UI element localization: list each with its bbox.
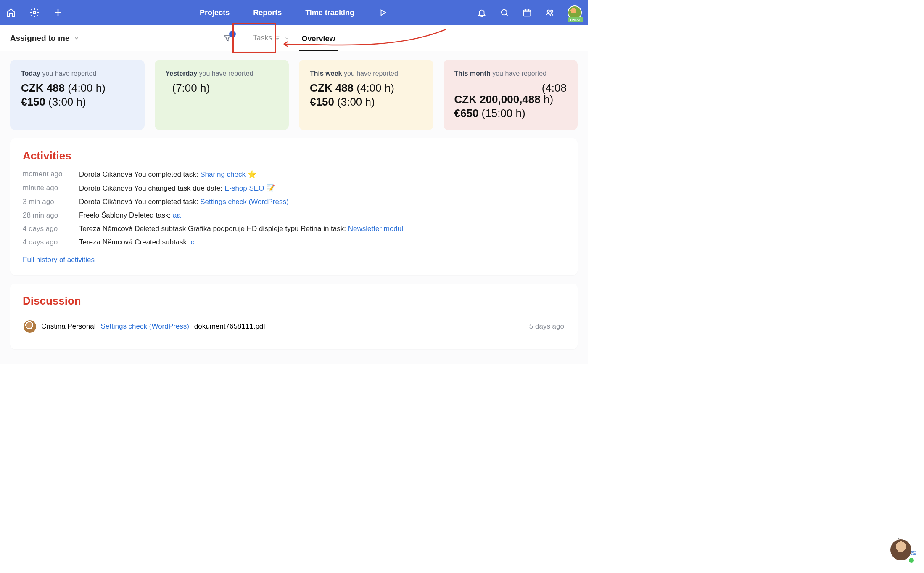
card-value-1: CZK 488 (4:00 h) bbox=[310, 82, 422, 95]
svg-point-1 bbox=[502, 10, 507, 15]
nav-timetracking[interactable]: Time tracking bbox=[305, 8, 354, 17]
sub-tabs: 2 Tasks Overview bbox=[222, 27, 339, 49]
full-history-link[interactable]: Full history of activities bbox=[23, 256, 95, 264]
activity-time: 28 min ago bbox=[23, 211, 65, 220]
calendar-icon[interactable] bbox=[522, 8, 532, 18]
activity-link[interactable]: aa bbox=[173, 211, 181, 219]
activity-link[interactable]: c bbox=[191, 238, 195, 246]
nav-projects[interactable]: Projects bbox=[200, 8, 230, 17]
topbar-nav: Projects Reports Time tracking bbox=[200, 8, 388, 18]
tab-tasks[interactable]: Tasks bbox=[253, 34, 289, 42]
activity-text: Freelo Šablony Deleted task: aa bbox=[79, 211, 181, 220]
card-value-1: CZK 488 (4:00 h) bbox=[21, 82, 134, 95]
card-header: This month you have reported bbox=[454, 70, 567, 77]
avatar bbox=[24, 320, 36, 333]
card-value-1: CZK 200,000,488 h) bbox=[454, 93, 567, 106]
topbar: Projects Reports Time tracking TRIAL bbox=[0, 0, 588, 25]
filter-icon[interactable]: 2 bbox=[222, 33, 232, 43]
discussion-panel: Discussion Cristina Personal Settings ch… bbox=[10, 284, 578, 349]
assigned-label: Assigned to me bbox=[10, 34, 69, 43]
tab-overview[interactable]: Overview bbox=[298, 27, 340, 49]
content-area: Today you have reported CZK 488 (4:00 h)… bbox=[0, 51, 588, 364]
activities-title: Activities bbox=[23, 149, 565, 162]
chevron-down-icon bbox=[74, 35, 79, 41]
activity-time: 4 days ago bbox=[23, 238, 65, 247]
card-value-1: (7:00 h) bbox=[166, 82, 278, 95]
topbar-right: TRIAL bbox=[477, 5, 582, 20]
activity-time: 4 days ago bbox=[23, 225, 65, 233]
trial-badge: TRIAL bbox=[568, 17, 583, 22]
activity-text: Dorota Cikánová You completed task: Shar… bbox=[79, 170, 256, 179]
activity-link[interactable]: Settings check (WordPress) bbox=[200, 198, 288, 206]
plus-icon[interactable] bbox=[53, 8, 63, 18]
play-icon[interactable] bbox=[378, 8, 388, 18]
topbar-left bbox=[6, 8, 63, 18]
assigned-dropdown[interactable]: Assigned to me bbox=[10, 34, 79, 43]
svg-rect-2 bbox=[524, 10, 531, 16]
activity-row: 4 days agoTereza Němcová Deleted subtask… bbox=[23, 225, 565, 233]
card-header: This week you have reported bbox=[310, 70, 422, 77]
summary-cards: Today you have reported CZK 488 (4:00 h)… bbox=[10, 60, 578, 130]
activity-text: Dorota Cikánová You changed task due dat… bbox=[79, 184, 275, 193]
activity-link[interactable]: Newsletter modul bbox=[348, 225, 403, 233]
gear-icon[interactable] bbox=[29, 8, 40, 18]
nav-reports[interactable]: Reports bbox=[253, 8, 282, 17]
card-today: Today you have reported CZK 488 (4:00 h)… bbox=[10, 60, 145, 130]
subbar: Assigned to me 2 Tasks Overview bbox=[0, 25, 588, 51]
activity-text: Tereza Němcová Deleted subtask Grafika p… bbox=[79, 225, 403, 233]
card-header: Yesterday you have reported bbox=[166, 70, 278, 77]
svg-point-4 bbox=[551, 10, 553, 12]
tab-overview-label: Overview bbox=[302, 34, 335, 43]
chevron-down-icon bbox=[284, 36, 289, 41]
discussion-link[interactable]: Settings check (WordPress) bbox=[100, 322, 189, 331]
activity-text: Dorota Cikánová You completed task: Sett… bbox=[79, 198, 289, 206]
activity-row: moment agoDorota Cikánová You completed … bbox=[23, 170, 565, 179]
activity-time: minute ago bbox=[23, 184, 65, 193]
search-icon[interactable] bbox=[499, 8, 510, 18]
discussion-user: Cristina Personal bbox=[41, 322, 95, 331]
activity-row: minute agoDorota Cikánová You changed ta… bbox=[23, 184, 565, 193]
filter-count-badge: 2 bbox=[229, 31, 236, 37]
discussion-title: Discussion bbox=[23, 294, 565, 308]
activity-text: Tereza Němcová Created subtask: c bbox=[79, 238, 194, 247]
activities-panel: Activities moment agoDorota Cikánová You… bbox=[10, 138, 578, 275]
tab-tasks-label: Tasks bbox=[253, 34, 272, 42]
svg-point-0 bbox=[33, 11, 36, 14]
activity-row: 4 days agoTereza Němcová Created subtask… bbox=[23, 238, 565, 247]
card-yesterday: Yesterday you have reported (7:00 h) bbox=[155, 60, 289, 130]
card-thismonth: This month you have reported (4:08 CZK 2… bbox=[444, 60, 578, 130]
activity-row: 28 min agoFreelo Šablony Deleted task: a… bbox=[23, 211, 565, 220]
list-icon bbox=[275, 35, 282, 41]
bell-icon[interactable] bbox=[477, 8, 487, 18]
activity-link[interactable]: E-shop SEO bbox=[224, 184, 264, 192]
card-header: Today you have reported bbox=[21, 70, 134, 77]
home-icon[interactable] bbox=[6, 8, 16, 18]
card-value-2: €650 (15:00 h) bbox=[454, 107, 567, 120]
people-icon[interactable] bbox=[545, 8, 555, 18]
discussion-file: dokument7658111.pdf bbox=[194, 322, 265, 331]
card-value-2: €150 (3:00 h) bbox=[310, 96, 422, 109]
activity-time: 3 min ago bbox=[23, 198, 65, 206]
activity-link[interactable]: Sharing check bbox=[200, 170, 246, 178]
activity-time: moment ago bbox=[23, 170, 65, 179]
user-avatar[interactable]: TRIAL bbox=[568, 5, 582, 20]
activity-row: 3 min agoDorota Cikánová You completed t… bbox=[23, 198, 565, 206]
svg-point-3 bbox=[547, 10, 550, 12]
card-value-2: €150 (3:00 h) bbox=[21, 96, 134, 109]
card-thisweek: This week you have reported CZK 488 (4:0… bbox=[299, 60, 433, 130]
discussion-row: Cristina Personal Settings check (WordPr… bbox=[23, 315, 565, 338]
discussion-date: 5 days ago bbox=[529, 322, 564, 331]
